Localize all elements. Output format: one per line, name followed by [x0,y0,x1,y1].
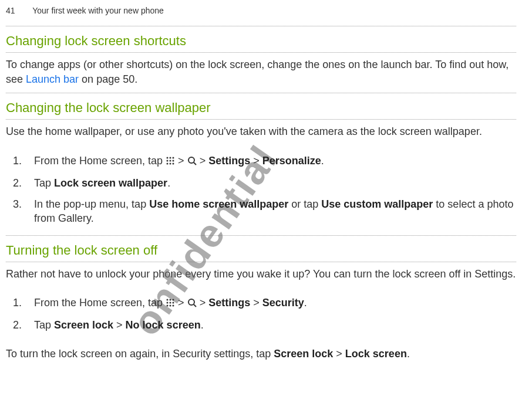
svg-point-2 [173,157,174,158]
svg-point-3 [167,160,169,161]
text: To turn the lock screen on again, in Sec… [6,348,274,360]
svg-point-20 [188,299,194,305]
text-settings: Settings [208,155,250,167]
step-item: Tap Lock screen wallpaper. [23,172,516,194]
text: > [200,155,209,167]
text-security: Security [262,297,304,309]
text: Tap [34,177,54,189]
svg-point-15 [170,302,171,303]
text: . [201,319,204,331]
text: > [333,348,345,360]
text: > [200,297,209,309]
apps-grid-icon [166,297,175,311]
svg-point-1 [170,157,171,158]
step-item: In the pop-up menu, tap Use home screen … [23,194,516,229]
text: > [178,297,187,309]
svg-point-6 [167,162,169,164]
svg-point-5 [173,160,174,161]
svg-line-21 [194,304,196,307]
search-icon [187,297,197,311]
section-body-turnoff: Rather not have to unlock your phone eve… [6,262,516,287]
page-header: 41 Your first week with your new phone [6,6,516,26]
link-launch-bar[interactable]: Launch bar [26,73,79,85]
text: > [250,297,262,309]
text-use-home-wallpaper: Use home screen wallpaper [149,198,288,210]
step-item: From the Home screen, tap > > Settings >… [23,150,516,172]
text-lock-screen-wallpaper: Lock screen wallpaper [54,177,167,189]
step-item: From the Home screen, tap > > Settings >… [23,292,516,314]
svg-point-0 [167,157,169,158]
step-item: Tap Screen lock > No lock screen. [23,314,516,336]
text-personalize: Personalize [262,155,321,167]
svg-point-4 [170,160,171,161]
steps-turnoff: From the Home screen, tap > > Settings >… [6,287,516,342]
section-body-shortcuts: To change apps (or other shortcuts) on t… [6,53,516,93]
svg-point-19 [173,304,174,306]
section-title-wallpaper: Changing the lock screen wallpaper [6,93,516,119]
text-screen-lock: Screen lock [274,348,333,360]
chapter-title: Your first week with your new phone [32,6,164,15]
svg-point-17 [167,304,169,306]
text-screen-lock: Screen lock [54,319,113,331]
section-title-shortcuts: Changing lock screen shortcuts [6,26,516,52]
svg-point-8 [173,162,174,164]
svg-point-11 [167,299,169,300]
search-icon [187,155,197,169]
svg-point-12 [170,299,171,300]
svg-line-10 [194,162,196,165]
text: Tap [34,319,54,331]
text: > [113,319,126,331]
text: From the Home screen, tap [34,155,166,167]
steps-wallpaper: From the Home screen, tap > > Settings >… [6,145,516,235]
svg-point-7 [170,162,171,164]
text: . [321,155,324,167]
text: In the pop-up menu, tap [34,198,149,210]
text-use-custom-wallpaper: Use custom wallpaper [321,198,433,210]
section-body-wallpaper: Use the home wallpaper, or use any photo… [6,120,516,145]
text: . [407,348,410,360]
apps-grid-icon [166,155,175,169]
page-number: 41 [6,6,15,15]
svg-point-13 [173,299,174,300]
section-title-turnoff: Turning the lock screen off [6,236,516,262]
text: > [178,155,187,167]
svg-point-9 [188,157,194,163]
svg-point-16 [173,302,174,303]
text: or tap [288,198,321,210]
text: . [167,177,170,189]
text: > [250,155,262,167]
text-lock-screen: Lock screen [345,348,407,360]
svg-point-14 [167,302,169,303]
text-no-lock-screen: No lock screen [126,319,201,331]
section-footer-turnoff: To turn the lock screen on again, in Sec… [6,342,516,367]
text: . [304,297,307,309]
svg-point-18 [170,304,171,306]
text: From the Home screen, tap [34,297,166,309]
text: on page 50. [79,73,137,85]
text-settings: Settings [208,297,250,309]
